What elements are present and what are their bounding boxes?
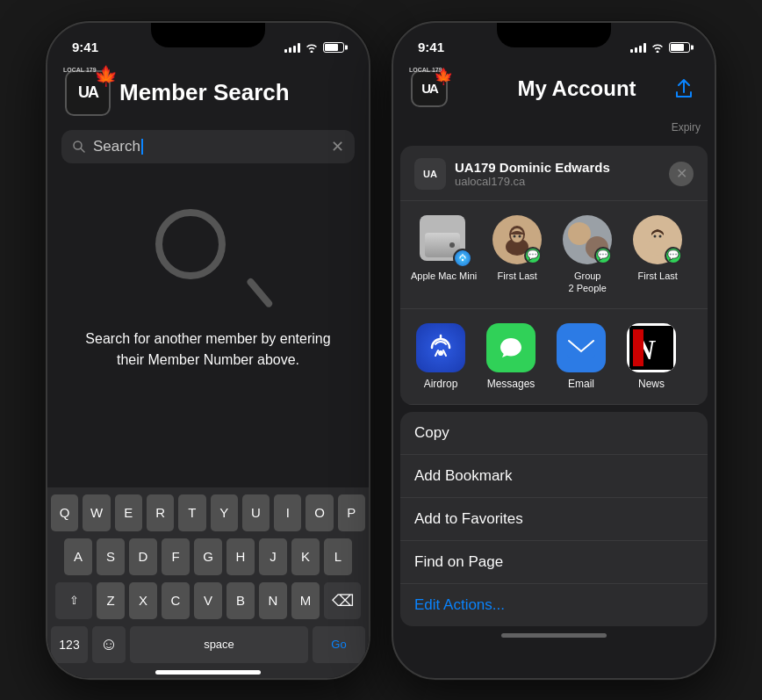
key-f[interactable]: F [162, 538, 190, 575]
person-name-2: First Last [638, 270, 678, 282]
notch [151, 23, 265, 47]
status-icons-left [284, 42, 344, 53]
key-n[interactable]: N [259, 582, 287, 619]
avatar-mac [420, 215, 469, 264]
email-app-icon [557, 323, 606, 372]
share-url: ualocal179.ca [455, 175, 669, 188]
signal-icon-right [630, 42, 646, 53]
key-q[interactable]: Q [51, 494, 78, 531]
svg-point-6 [514, 235, 516, 237]
share-button[interactable] [671, 76, 697, 102]
screen-left: LOCAL 179 UA 🍁 Member Search Search ✕ [47, 61, 369, 678]
close-button[interactable]: ✕ [669, 162, 694, 186]
header-right: LOCAL 179 UA 🍁 My Account [393, 61, 715, 121]
key-a[interactable]: A [64, 538, 92, 575]
wifi-icon [305, 42, 319, 53]
time-left: 9:41 [72, 40, 98, 54]
key-j[interactable]: J [259, 538, 287, 575]
search-bar-wrap: Search ✕ [47, 130, 369, 174]
battery-icon [323, 42, 344, 53]
action-copy[interactable]: Copy [400, 412, 708, 455]
avatar-2: 💬 [633, 215, 682, 264]
svg-line-1 [81, 148, 84, 152]
mac-name: Apple Mac Mini [411, 270, 477, 282]
airdrop-overlay [453, 249, 472, 268]
key-l[interactable]: L [324, 538, 352, 575]
share-info: UA179 Dominic Edwards ualocal179.ca [455, 160, 669, 188]
key-d[interactable]: D [129, 538, 157, 575]
keyboard-row-1: Q W E R T Y U I O P [51, 494, 365, 531]
key-e[interactable]: E [115, 494, 142, 531]
search-input[interactable]: Search [93, 138, 324, 155]
share-app-email[interactable]: Email [551, 323, 611, 390]
clear-button[interactable]: ✕ [331, 137, 344, 156]
key-emoji[interactable]: ☺ [92, 626, 126, 663]
share-app-airdrop[interactable]: Airdrop [411, 323, 471, 390]
page-title-left: Member Search [119, 79, 290, 106]
avatar-1: 💬 [492, 215, 542, 264]
share-logo: UA 🍁 [414, 158, 446, 190]
avatar-group: 💬 [563, 215, 612, 264]
key-s[interactable]: S [97, 538, 125, 575]
key-o[interactable]: O [306, 494, 333, 531]
key-u[interactable]: U [242, 494, 270, 531]
key-h[interactable]: H [226, 538, 255, 575]
share-sheet: UA 🍁 UA179 Dominic Edwards ualocal179.ca… [400, 146, 708, 406]
home-indicator-right [501, 633, 607, 638]
key-123[interactable]: 123 [51, 626, 88, 663]
person-name-1: First Last [498, 270, 537, 282]
action-favorites[interactable]: Add to Favorites [400, 498, 708, 541]
key-m[interactable]: M [291, 582, 320, 619]
group-name: Group2 People [568, 270, 606, 295]
cursor [141, 139, 143, 155]
share-person-1[interactable]: 💬 First Last [487, 215, 547, 295]
key-w[interactable]: W [83, 494, 110, 531]
key-b[interactable]: B [226, 582, 255, 619]
share-app-news[interactable]: N News [622, 323, 681, 390]
key-r[interactable]: R [147, 494, 174, 531]
key-g[interactable]: G [194, 538, 222, 575]
logo-left: LOCAL 179 UA 🍁 [65, 70, 111, 116]
svg-point-11 [659, 235, 662, 237]
keyboard-bottom-row: 123 ☺ space Go [51, 626, 365, 663]
search-empty-icon [155, 209, 261, 314]
key-y[interactable]: Y [211, 494, 238, 531]
share-people-row: Apple Mac Mini [400, 201, 708, 310]
share-person-group[interactable]: 💬 Group2 People [557, 215, 617, 295]
email-label: Email [568, 378, 594, 390]
action-bookmark[interactable]: Add Bookmark [400, 455, 708, 498]
svg-point-7 [519, 235, 521, 237]
svg-point-12 [438, 350, 443, 356]
share-person-mac[interactable]: Apple Mac Mini [411, 215, 477, 295]
maple-leaf-right: 🍁 [434, 67, 453, 86]
key-x[interactable]: X [129, 582, 157, 619]
news-label: News [638, 378, 665, 390]
share-person-2[interactable]: 💬 First Last [628, 215, 687, 295]
key-p[interactable]: P [338, 494, 365, 531]
action-sheet: Copy Add Bookmark Add to Favorites Find … [400, 412, 708, 626]
key-i[interactable]: I [274, 494, 301, 531]
messages-badge-group: 💬 [594, 247, 612, 264]
key-shift[interactable]: ⇧ [55, 582, 92, 619]
key-c[interactable]: C [162, 582, 190, 619]
key-v[interactable]: V [194, 582, 222, 619]
maple-leaf-left: 🍁 [94, 65, 118, 88]
keyboard-row-2: A S D F G H J K L [51, 538, 365, 575]
svg-point-10 [654, 235, 657, 237]
share-app-messages[interactable]: Messages [481, 323, 541, 390]
key-go[interactable]: Go [313, 626, 365, 663]
search-bar[interactable]: Search ✕ [61, 130, 355, 163]
action-find[interactable]: Find on Page [400, 541, 708, 584]
key-k[interactable]: K [291, 538, 320, 575]
key-t[interactable]: T [178, 494, 205, 531]
left-phone: 9:41 LOCAL 179 UA 🍁 Member Search [46, 21, 370, 680]
airdrop-app-icon [416, 323, 465, 372]
share-name: UA179 Dominic Edwards [455, 160, 669, 175]
page-title-right: My Account [483, 76, 671, 101]
key-z[interactable]: Z [97, 582, 125, 619]
key-space[interactable]: space [130, 626, 308, 663]
action-edit[interactable]: Edit Actions... [400, 584, 708, 626]
search-hint: Search for another member by entering th… [74, 328, 342, 371]
battery-icon-right [669, 42, 690, 53]
key-delete[interactable]: ⌫ [324, 582, 361, 619]
